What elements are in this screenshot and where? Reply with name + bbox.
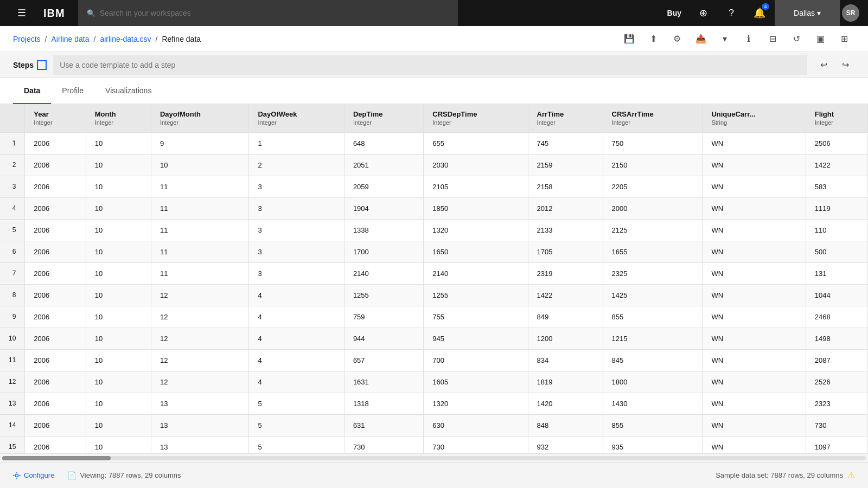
- table-cell: 11: [151, 219, 249, 241]
- row-number: 8: [0, 284, 25, 306]
- table-row[interactable]: 1020061012494494512001215WN1498: [0, 328, 868, 349]
- breadcrumb-projects[interactable]: Projects: [13, 35, 41, 43]
- horizontal-scrollbar[interactable]: [0, 453, 868, 462]
- table-row[interactable]: 22006101022051203021592150WN1422: [0, 154, 868, 176]
- expand-button[interactable]: ▾: [714, 28, 736, 50]
- settings-button[interactable]: ⚙: [666, 28, 688, 50]
- user-avatar[interactable]: SR: [842, 4, 859, 22]
- tab-visualizations[interactable]: Visualizations: [94, 78, 162, 104]
- table-cell: 1422: [806, 154, 867, 176]
- col-header-month[interactable]: Month Integer: [86, 104, 151, 132]
- table-cell: WN: [703, 241, 806, 262]
- tab-profile[interactable]: Profile: [51, 78, 94, 104]
- save-button[interactable]: 💾: [618, 28, 640, 50]
- table-cell: 2051: [344, 154, 423, 176]
- history-button[interactable]: ↺: [786, 28, 807, 50]
- upload-button[interactable]: ⬆: [642, 28, 664, 50]
- tabs-bar: Data Profile Visualizations: [0, 78, 868, 104]
- table-row[interactable]: 11200610124657700834845WN2087: [0, 349, 868, 371]
- table-row[interactable]: 32006101132059210521582205WN583: [0, 176, 868, 197]
- help-button[interactable]: ?: [718, 0, 744, 26]
- table-cell: 11: [151, 241, 249, 262]
- info-button[interactable]: ℹ: [738, 28, 760, 50]
- table-row[interactable]: 122006101241631160518191800WN2526: [0, 371, 868, 393]
- table-cell: 630: [424, 414, 528, 436]
- table-cell: 631: [344, 414, 423, 436]
- col-header-uniquecarr[interactable]: UniqueCarr... String: [703, 104, 806, 132]
- scrollbar-thumb[interactable]: [2, 456, 111, 460]
- table-cell: WN: [703, 371, 806, 393]
- table-cell: 1700: [344, 241, 423, 262]
- table-wrapper[interactable]: Year Integer Month Integer DayofMonth In…: [0, 104, 868, 453]
- table-row[interactable]: 72006101132140214023192325WN131: [0, 262, 868, 284]
- col-header-dayofmonth[interactable]: DayofMonth Integer: [151, 104, 249, 132]
- search-icon: 🔍: [87, 9, 95, 17]
- configure-button[interactable]: Configure: [13, 471, 54, 479]
- col-header-year[interactable]: Year Integer: [25, 104, 86, 132]
- breadcrumb-airline-data[interactable]: Airline data: [51, 35, 89, 43]
- col-header-dayofweek[interactable]: DayOfWeek Integer: [249, 104, 344, 132]
- search-input[interactable]: [100, 9, 449, 17]
- row-number: 6: [0, 241, 25, 262]
- table-cell: 2006: [25, 176, 86, 197]
- table-cell: 2059: [344, 176, 423, 197]
- table-row[interactable]: 42006101131904185020122000WN1119: [0, 197, 868, 219]
- table-cell: 583: [806, 176, 867, 197]
- preview-button[interactable]: ▣: [809, 28, 831, 50]
- user-region-selector[interactable]: Dallas ▾: [775, 0, 840, 26]
- add-button[interactable]: ⊕: [690, 0, 716, 26]
- table-row[interactable]: 120061091648655745750WN2506: [0, 132, 868, 154]
- row-number: 14: [0, 414, 25, 436]
- notifications-button[interactable]: 🔔 4: [746, 0, 773, 26]
- table-cell: 1650: [424, 241, 528, 262]
- col-header-arrtime[interactable]: ArrTime Integer: [528, 104, 603, 132]
- col-header-crsdeptime[interactable]: CRSDepTime Integer: [424, 104, 528, 132]
- menu-button[interactable]: ☰: [9, 0, 35, 26]
- table-cell: 1430: [603, 393, 703, 414]
- table-row[interactable]: 52006101131338132021332125WN110: [0, 219, 868, 241]
- row-number-header: [0, 104, 25, 132]
- col-header-flight[interactable]: Flight Integer: [806, 104, 867, 132]
- grid-button[interactable]: ⊞: [833, 28, 855, 50]
- table-cell: 12: [151, 284, 249, 306]
- table-cell: 12: [151, 306, 249, 328]
- table-cell: 10: [86, 154, 151, 176]
- table-cell: 10: [86, 219, 151, 241]
- table-row[interactable]: 82006101241255125514221425WN1044: [0, 284, 868, 306]
- table-cell: 2140: [344, 262, 423, 284]
- col-header-deptime[interactable]: DepTime Integer: [344, 104, 423, 132]
- breadcrumb-file[interactable]: airline-data.csv: [100, 35, 151, 43]
- table-cell: 10: [86, 176, 151, 197]
- table-cell: 855: [603, 306, 703, 328]
- table-cell: WN: [703, 393, 806, 414]
- table-cell: 12: [151, 371, 249, 393]
- table-cell: 2012: [528, 197, 603, 219]
- table-cell: 500: [806, 241, 867, 262]
- table-row[interactable]: 15200610135730730932935WN1097: [0, 436, 868, 453]
- table-cell: 730: [344, 436, 423, 453]
- breadcrumb-sep-3: /: [156, 35, 158, 43]
- table-cell: 4: [249, 328, 344, 349]
- table-row[interactable]: 14200610135631630848855WN730: [0, 414, 868, 436]
- configure-icon: [13, 472, 21, 479]
- configure-label: Configure: [24, 471, 54, 479]
- table-cell: 750: [603, 132, 703, 154]
- ibm-logo: IBM: [43, 7, 65, 20]
- buy-button[interactable]: Buy: [661, 0, 688, 26]
- steps-input[interactable]: [53, 55, 807, 75]
- table-row[interactable]: 9200610124759755849855WN2468: [0, 306, 868, 328]
- tab-data[interactable]: Data: [13, 78, 51, 104]
- table-row[interactable]: 62006101131700165017051655WN500: [0, 241, 868, 262]
- col-header-crsarrtime[interactable]: CRSArrTime Integer: [603, 104, 703, 132]
- undo-button[interactable]: ↩: [814, 55, 833, 75]
- region-label: Dallas: [794, 9, 815, 17]
- table-cell: 5: [249, 393, 344, 414]
- filter-button[interactable]: ⊟: [762, 28, 783, 50]
- table-cell: 2133: [528, 219, 603, 241]
- table-cell: 2159: [528, 154, 603, 176]
- table-row[interactable]: 132006101351318132014201430WN2323: [0, 393, 868, 414]
- table-cell: 2105: [424, 176, 528, 197]
- table-cell: 2087: [806, 349, 867, 371]
- redo-button[interactable]: ↪: [835, 55, 855, 75]
- export-button[interactable]: 📤: [690, 28, 712, 50]
